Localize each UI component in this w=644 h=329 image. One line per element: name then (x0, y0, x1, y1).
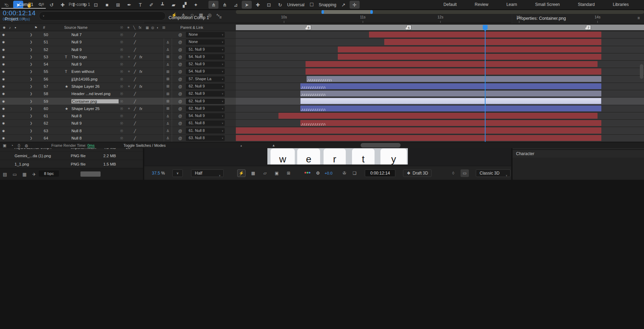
timeline-header-icon[interactable]: ⋔ (181, 12, 185, 18)
playhead-handle[interactable] (483, 25, 488, 31)
parent-link-dropdown[interactable]: 62. Null 9∨ (186, 84, 225, 89)
parent-link-dropdown[interactable]: None∨ (186, 39, 225, 45)
parent-link-dropdown[interactable]: 62. Null 9∨ (186, 99, 225, 104)
layer-name[interactable]: Null 8 (71, 129, 81, 133)
timeline-layer-row[interactable]: ◉ ❯ 51 Null 9 ☉ ╱ ♙ @ None∨ (0, 39, 644, 46)
3d-switch-cell[interactable]: ⊞ (164, 90, 172, 97)
quality-switch-icon[interactable]: ╱ (134, 55, 136, 59)
pickwhip-icon[interactable]: @ (178, 99, 182, 103)
eye-icon[interactable]: ◉ (2, 114, 5, 118)
parent-link-dropdown[interactable]: 51. Null 9∨ (186, 47, 225, 52)
collapse-switch-icon[interactable]: ✳ (128, 55, 130, 59)
3d-switch-cell[interactable]: ⊞ (164, 53, 172, 60)
extended-viewer-icon[interactable]: ▭ (461, 169, 469, 177)
eye-icon[interactable]: ◉ (3, 26, 6, 29)
parent-link-dropdown[interactable]: 54. Null 9∨ (186, 69, 225, 74)
quality-switch-icon[interactable]: ╱ (134, 70, 136, 74)
close-icon[interactable]: × (4, 2, 7, 7)
shy-switch-icon[interactable]: ☉ (120, 114, 123, 118)
quality-switch-icon[interactable]: ╱ (134, 77, 136, 81)
3d-switch-cell[interactable]: ♙ (164, 120, 172, 127)
viewer-toggle-icon[interactable]: ▦ (249, 169, 257, 177)
exposure-value[interactable]: +0.0 (325, 171, 333, 175)
layer-duration-bar[interactable] (236, 135, 601, 141)
collapsed-panel-tab[interactable]: Character (513, 149, 644, 157)
quality-switch-icon[interactable]: ╱ (134, 84, 136, 88)
eye-icon[interactable]: ◉ (2, 62, 5, 66)
viewer-toggle-icon[interactable]: ⊞ (284, 169, 293, 177)
layer-name[interactable]: Shape Layer 25 (71, 107, 100, 111)
layer-duration-bar[interactable] (338, 47, 601, 52)
snapshot-camera-icon[interactable]: ✇ (343, 171, 346, 176)
parent-link-dropdown[interactable]: 57. Shape La∨ (186, 76, 225, 82)
quality-switch-icon[interactable]: ╱ (134, 48, 136, 51)
layer-duration-bar[interactable] (338, 54, 601, 60)
layer-duration-bar[interactable] (300, 98, 601, 104)
ground-plane-icon[interactable]: ◊ (452, 171, 454, 176)
timeline-layer-row[interactable]: ◉ ❯ 60 ★ Shape Layer 25 ☉ ✳ ╱ fx ⊞ @ (0, 105, 644, 112)
pickwhip-icon[interactable]: @ (178, 92, 182, 96)
switch-column-icon[interactable]: fx (139, 26, 141, 29)
layer-track[interactable] (236, 90, 644, 98)
3d-switch-cell[interactable]: ⊞ (164, 76, 172, 83)
expand-arrow-icon[interactable]: ❯ (30, 121, 33, 125)
quality-switch-icon[interactable]: ╱ (134, 40, 136, 44)
eye-icon[interactable]: ◉ (2, 40, 5, 44)
layer-name[interactable]: Null 9 (71, 40, 81, 44)
pickwhip-icon[interactable]: @ (178, 33, 182, 37)
layer-track[interactable] (236, 98, 644, 105)
layer-track[interactable] (236, 120, 644, 127)
timeline-layer-row[interactable]: ◉ ❯ 57 ★ Shape Layer 26 ☉ ✳ ╱ fx ⊞ @ (0, 83, 644, 90)
viewer-toggle-icon[interactable]: ⚡ (237, 169, 246, 177)
parent-link-dropdown[interactable]: 61. Null 8∨ (186, 120, 225, 126)
project-file-row[interactable]: Gemini_...da (1).png PNG file 2.2 MB (0, 152, 143, 160)
shy-switch-icon[interactable]: ☉ (120, 99, 123, 103)
shy-switch-icon[interactable]: ☉ (120, 48, 123, 51)
pickwhip-icon[interactable]: @ (178, 40, 182, 44)
pickwhip-icon[interactable]: @ (178, 107, 182, 111)
timeline-footer-icon[interactable]: ◔ (11, 143, 13, 147)
toggle-switches-modes-button[interactable]: Toggle Switches / Modes (123, 143, 166, 147)
switch-column-icon[interactable]: ✳ (127, 26, 130, 29)
timeline-layer-row[interactable]: ◉ ❯ 59 Container.png ☉ ╱ ⊞ @ 62. (0, 98, 644, 105)
quality-switch-icon[interactable]: ╱ (134, 33, 136, 37)
layer-track[interactable] (236, 68, 644, 75)
composition-marker[interactable]: 6 (406, 25, 411, 30)
zoom-level[interactable]: 37.5 % (152, 171, 165, 176)
project-footer-icon[interactable]: ▭ (12, 172, 17, 177)
3d-switch-cell[interactable]: ♙ (164, 61, 172, 68)
timeline-layer-row[interactable]: ◉ ❯ 52 Null 9 ☉ ╱ ♙ @ 51. Null 9 (0, 46, 644, 53)
quality-switch-icon[interactable]: ╱ (134, 129, 136, 133)
search-chevron-icon[interactable]: ∨ (43, 15, 44, 17)
layer-duration-bar[interactable] (300, 91, 601, 96)
layer-name[interactable]: jj1jh14165.png (71, 77, 97, 81)
timeline-header-icon[interactable]: ∿ (216, 12, 220, 18)
viewer-toggle-icon[interactable]: ▣ (273, 169, 281, 177)
3d-switch-cell[interactable]: ♙ (164, 46, 172, 53)
layer-duration-bar[interactable] (300, 106, 601, 111)
layer-name[interactable]: Null 8 (71, 114, 81, 118)
layer-duration-bar[interactable] (306, 61, 598, 67)
switch-column-icon[interactable]: ╲ (133, 26, 135, 29)
layer-track[interactable] (236, 31, 644, 39)
3d-switch-cell[interactable]: ♙ (164, 127, 172, 134)
timeline-horizontal-scrollbar-thumb[interactable] (361, 143, 401, 147)
parent-link-dropdown[interactable]: 52. Null 9∨ (186, 61, 225, 67)
parent-link-dropdown[interactable]: 63. Null 8∨ (186, 135, 225, 141)
collapse-switch-icon[interactable]: ✳ (128, 107, 130, 110)
expand-arrow-icon[interactable]: ❯ (30, 107, 33, 110)
timeline-layer-row[interactable]: ◉ ❯ 64 Null 8 ☉ ╱ ♙ @ 63. Null 8 (0, 135, 644, 142)
switch-column-icon[interactable]: ◐ (157, 26, 159, 29)
3d-switch-cell[interactable]: ♙ (164, 112, 172, 119)
layer-name[interactable]: Null 9 (71, 121, 81, 125)
layer-duration-bar[interactable] (300, 83, 601, 89)
quality-switch-icon[interactable]: ╱ (134, 62, 136, 66)
parent-link-dropdown[interactable]: 54. Null 9∨ (186, 54, 225, 60)
timeline-header-icon[interactable]: ⚡ (171, 12, 177, 18)
layer-track[interactable] (236, 61, 644, 68)
timeline-layer-row[interactable]: ◉ ❯ 56 jj1jh14165.png ☉ ╱ ⊞ @ 57 (0, 76, 644, 83)
expand-arrow-icon[interactable]: ❯ (30, 70, 33, 73)
eye-icon[interactable]: ◉ (2, 70, 5, 73)
timeline-vertical-scrollbar-thumb[interactable] (640, 64, 643, 79)
expand-arrow-icon[interactable]: ❯ (30, 33, 33, 36)
